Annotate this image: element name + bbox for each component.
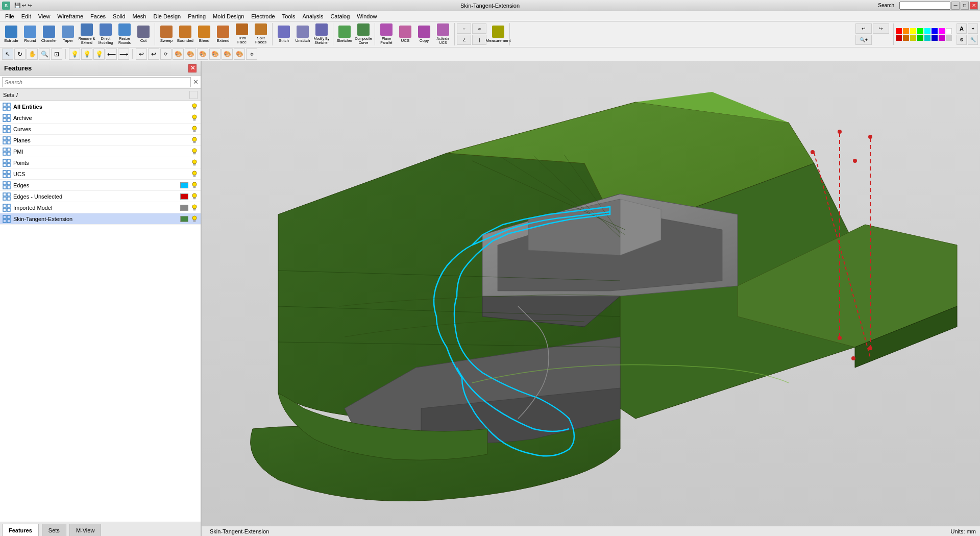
btn-render1[interactable]: ↩ <box>136 48 147 60</box>
btn-stitch[interactable]: Stitch <box>275 23 293 45</box>
btn-text-icon[interactable]: A <box>957 23 967 34</box>
btn-extend[interactable]: Extend <box>214 23 232 45</box>
btn-direct-modeling[interactable]: DirectModeling <box>96 23 115 45</box>
color-chip-blue[interactable] <box>932 28 938 34</box>
btn-select[interactable]: ↖ <box>2 48 13 60</box>
btn-fit[interactable]: ⊡ <box>51 48 62 60</box>
entity-edges-unselected[interactable]: Edges - Unselected <box>0 191 201 202</box>
color-chip-orange[interactable] <box>903 28 909 34</box>
color-chip-magenta[interactable] <box>939 28 945 34</box>
btn-taper[interactable]: Taper <box>59 23 77 45</box>
btn-render5[interactable]: 🎨 <box>185 48 196 60</box>
btn-sketcher[interactable]: Sketcher <box>335 23 354 45</box>
pmi-bulb[interactable] <box>190 148 199 156</box>
imported-model-color-swatch[interactable] <box>180 205 188 211</box>
btn-view1[interactable]: 💡 <box>69 48 80 60</box>
menu-analysis[interactable]: Analysis <box>299 13 326 20</box>
skin-tangent-extension-bulb[interactable] <box>190 215 199 223</box>
btn-plane-parallel[interactable]: PlaneParallel <box>377 23 396 45</box>
btn-icon2[interactable]: ⚙ <box>957 35 967 45</box>
entity-planes[interactable]: Planes <box>0 135 201 146</box>
btn-view5[interactable]: ⟶ <box>118 48 129 60</box>
maximize-btn[interactable]: □ <box>961 2 969 10</box>
btn-trim-face[interactable]: Trim Face <box>233 23 251 45</box>
btn-render7[interactable]: 🎨 <box>209 48 220 60</box>
btn-view3[interactable]: 💡 <box>93 48 105 60</box>
menu-mold-design[interactable]: Mold Design <box>210 13 247 20</box>
entity-all-entities[interactable]: All Entities <box>0 101 201 112</box>
color-chip-darkblue[interactable] <box>932 35 938 41</box>
minimize-btn[interactable]: ─ <box>951 2 960 10</box>
menu-faces[interactable]: Faces <box>87 13 109 20</box>
btn-measure4[interactable]: ∥ <box>472 35 486 45</box>
menu-solid[interactable]: Solid <box>110 13 128 20</box>
menu-wireframe[interactable]: Wireframe <box>54 13 86 20</box>
color-chip-darkgreen[interactable] <box>917 35 923 41</box>
entity-ucs[interactable]: UCS <box>0 168 201 180</box>
edges-bulb[interactable] <box>190 181 199 189</box>
ucs-bulb[interactable] <box>190 170 199 178</box>
color-chip-white[interactable] <box>946 28 952 34</box>
btn-chamfer[interactable]: Chamfer <box>40 23 58 45</box>
entity-archive[interactable]: Archive <box>0 112 201 124</box>
menu-parting[interactable]: Parting <box>185 13 209 20</box>
color-chip-yellow[interactable] <box>910 28 916 34</box>
search-clear-button[interactable]: ✕ <box>193 78 199 86</box>
btn-redo-display[interactable]: ↪ <box>873 23 889 34</box>
menu-view[interactable]: View <box>35 13 54 20</box>
btn-rotate[interactable]: ↻ <box>14 48 26 60</box>
btn-round[interactable]: Round <box>21 23 39 45</box>
menu-edit[interactable]: Edit <box>18 13 34 20</box>
btn-pan[interactable]: ✋ <box>27 48 38 60</box>
btn-render4[interactable]: 🎨 <box>173 48 184 60</box>
btn-zoom[interactable]: 🔍 <box>39 48 50 60</box>
color-chip-lightgray[interactable] <box>946 35 952 41</box>
color-chip-teal[interactable] <box>924 35 930 41</box>
btn-view4[interactable]: ⟵ <box>106 48 117 60</box>
edges-unselected-color-swatch[interactable] <box>180 193 188 200</box>
btn-copy[interactable]: Copy <box>415 23 433 45</box>
all-entities-bulb[interactable] <box>190 103 199 111</box>
imported-model-bulb[interactable] <box>190 204 199 212</box>
menu-window[interactable]: Window <box>354 13 380 20</box>
color-chip-purple[interactable] <box>939 35 945 41</box>
btn-sweep[interactable]: Sweep <box>157 23 176 45</box>
color-chip-darkred[interactable] <box>896 35 902 41</box>
panel-close-button[interactable]: ✕ <box>188 64 197 72</box>
btn-split-faces[interactable]: Split Faces <box>252 23 270 45</box>
color-chip-olive[interactable] <box>910 35 916 41</box>
menu-catalog[interactable]: Catalog <box>327 13 353 20</box>
entity-curves[interactable]: Curves <box>0 124 201 135</box>
btn-measure1[interactable]: ↔ <box>457 23 471 34</box>
btn-zoom-in[interactable]: 🔍+ <box>855 35 872 45</box>
btn-render10[interactable]: ⚙ <box>246 48 257 60</box>
tab-features[interactable]: Features <box>2 524 39 536</box>
btn-render6[interactable]: 🎨 <box>197 48 208 60</box>
menu-mesh[interactable]: Mesh <box>130 13 150 20</box>
btn-cut[interactable]: Cut <box>134 23 153 45</box>
btn-symbol-icon[interactable]: ✦ <box>968 23 978 34</box>
entity-edges[interactable]: Edges <box>0 180 201 191</box>
btn-modify-by-sketcher[interactable]: Modify BySketcher <box>312 23 331 45</box>
color-chip-red[interactable] <box>896 28 902 34</box>
panel-search-input[interactable] <box>2 77 191 87</box>
entity-pmi[interactable]: PMI <box>0 146 201 157</box>
titlebar-search-input[interactable] <box>899 2 950 10</box>
btn-measure2[interactable]: ⌀ <box>472 23 486 34</box>
entity-imported-model[interactable]: Imported Model <box>0 202 201 213</box>
menu-electrode[interactable]: Electrode <box>248 13 278 20</box>
btn-render2[interactable]: ↩ <box>148 48 159 60</box>
btn-bounded[interactable]: Bounded <box>176 23 194 45</box>
planes-bulb[interactable] <box>190 136 199 144</box>
color-chip-cyan[interactable] <box>924 28 930 34</box>
btn-unstitch[interactable]: Unstitch <box>293 23 312 45</box>
menu-file[interactable]: File <box>2 13 17 20</box>
btn-icon3[interactable]: 🔧 <box>968 35 978 45</box>
color-chip-green[interactable] <box>917 28 923 34</box>
edges-color-swatch[interactable] <box>180 182 188 188</box>
btn-undo-display[interactable]: ↩ <box>855 23 872 34</box>
btn-render9[interactable]: 🎨 <box>234 48 245 60</box>
tab-m-view[interactable]: M-View <box>69 524 101 536</box>
btn-activate-ucs[interactable]: ActivateUCS <box>434 23 452 45</box>
entity-skin-tangent-extension[interactable]: Skin-Tangent-Extension <box>0 213 201 225</box>
